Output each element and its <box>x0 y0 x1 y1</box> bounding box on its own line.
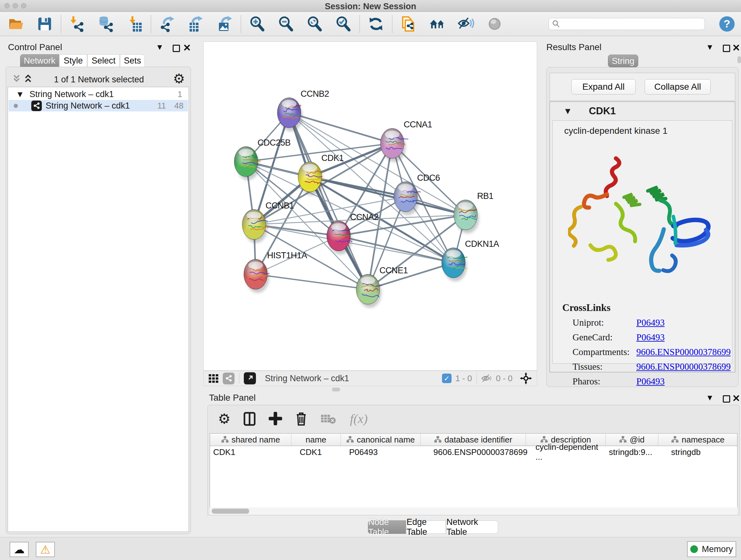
crosslink-uniprot-link[interactable]: P06493 <box>636 317 665 328</box>
crosslink-pharos-link[interactable]: P06493 <box>636 376 665 387</box>
results-panel-collapse-icon[interactable]: ▼ <box>708 44 712 51</box>
table-settings-gear-icon[interactable]: ⚙ <box>218 411 230 427</box>
zoom-out-icon[interactable] <box>278 16 294 32</box>
open-session-icon[interactable] <box>8 16 24 32</box>
tree-network-row[interactable]: String Network – cdk1 11 48 <box>9 100 188 111</box>
node-table: shared name name canonical name database… <box>210 433 738 508</box>
zoom-fit-icon[interactable] <box>307 16 323 32</box>
crosslink-compartments-link[interactable]: 9606.ENSP00000378699 <box>636 347 731 357</box>
table-row[interactable]: CDK1 CDK1 P06493 9606.ENSP00000378699 cy… <box>210 446 737 459</box>
tab-edge-table[interactable]: Edge Table <box>406 520 446 534</box>
column-header-namespace[interactable]: namespace <box>658 434 738 446</box>
column-header-name[interactable]: name <box>291 434 341 446</box>
export-image-icon[interactable] <box>216 16 233 32</box>
network-options-gear-icon[interactable]: ⚙ <box>173 71 185 86</box>
inactive-eye-icon <box>486 16 503 32</box>
svg-text:CCNA1: CCNA1 <box>404 120 432 129</box>
cell-database-identifier[interactable]: 9606.ENSP00000378699 <box>421 446 526 458</box>
control-panel-collapse-icon[interactable]: ▼ <box>157 44 162 51</box>
cell-name[interactable]: CDK1 <box>291 446 341 458</box>
share-view-icon[interactable] <box>223 373 234 384</box>
tab-network[interactable]: Network <box>20 54 59 67</box>
zoom-in-icon[interactable] <box>249 16 266 32</box>
hscrollbar-thumb[interactable] <box>212 509 249 514</box>
cloud-status-button[interactable]: ☁ <box>10 542 29 557</box>
results-panel-float-icon[interactable] <box>723 45 730 52</box>
import-table-icon[interactable] <box>126 16 143 32</box>
refresh-icon[interactable] <box>367 16 384 32</box>
expand-all-button[interactable]: Expand All <box>571 79 636 95</box>
results-panel-close-icon[interactable] <box>733 44 739 51</box>
open-in-window-icon[interactable] <box>244 372 256 384</box>
string-network-graph[interactable]: CCNB2CCNA1CDC25BCDK1CDC6RB1CCNB1CCNA2CDK… <box>204 42 537 370</box>
hide-panel-eye-icon[interactable] <box>458 16 474 32</box>
tree-root-count: 1 <box>178 89 182 99</box>
column-header-database-identifier[interactable]: database identifier <box>421 434 526 446</box>
hidden-eye-icon[interactable] <box>481 374 493 383</box>
add-column-icon[interactable] <box>269 412 282 425</box>
tree-root-row[interactable]: ▼ String Network – cdk1 1 <box>9 88 188 100</box>
cdk1-section-title: CDK1 <box>589 105 616 117</box>
table-panel-collapse-icon[interactable]: ▼ <box>708 394 712 401</box>
tab-network-table[interactable]: Network Table <box>446 520 498 534</box>
splitter-grip[interactable] <box>332 388 340 391</box>
control-panel-float-icon[interactable] <box>173 45 180 52</box>
table-panel-close-icon[interactable] <box>733 395 739 401</box>
network-canvas[interactable]: CCNB2CCNA1CDC25BCDK1CDC6RB1CCNB1CCNA2CDK… <box>203 42 537 371</box>
crosslink-genecard-link[interactable]: P06493 <box>636 332 665 343</box>
results-panel-title: Results Panel <box>546 42 602 52</box>
tab-style[interactable]: Style <box>59 54 87 67</box>
section-collapse-icon[interactable]: ▼ <box>565 107 570 115</box>
cdk1-section: ▼ CDK1 cyclin-dependent kinase 1 CrossL <box>549 102 735 372</box>
tab-node-table[interactable]: Node Table <box>368 520 406 534</box>
column-header-shared-name[interactable]: shared name <box>210 434 291 446</box>
memory-button[interactable]: Memory <box>687 541 736 557</box>
expand-all-chevrons-icon[interactable] <box>23 73 33 84</box>
crosslink-tissues-link[interactable]: 9606.ENSP00000378699 <box>636 361 731 372</box>
tab-sets[interactable]: Sets <box>120 54 145 67</box>
cell-shared-name[interactable]: CDK1 <box>210 446 291 458</box>
tree-expander-icon[interactable]: ▼ <box>17 90 22 98</box>
cell-namespace[interactable]: stringdb <box>658 446 738 458</box>
collapse-all-button[interactable]: Collapse All <box>645 79 711 95</box>
selected-checkbox-icon[interactable]: ✓ <box>442 374 452 383</box>
save-session-icon[interactable] <box>37 16 53 32</box>
zoom-selected-icon[interactable] <box>335 16 352 32</box>
help-button[interactable]: ? <box>719 16 735 32</box>
attribute-icon <box>671 436 679 443</box>
export-table-icon[interactable] <box>188 16 204 32</box>
column-header-canonical-name[interactable]: canonical name <box>341 434 421 446</box>
cdk1-section-header[interactable]: ▼ CDK1 <box>550 102 735 120</box>
table-hscrollbar[interactable] <box>210 507 738 515</box>
crosslink-label: Uniprot: <box>572 317 604 328</box>
import-network-icon[interactable] <box>69 16 85 32</box>
crosslink-label: GeneCard: <box>572 332 613 343</box>
cell-description[interactable]: cyclin-dependent ... <box>526 446 606 458</box>
delete-column-icon[interactable] <box>295 411 308 426</box>
import-database-icon[interactable] <box>98 16 114 32</box>
tree-node-count: 11 <box>157 101 166 111</box>
svg-text:CDK1: CDK1 <box>321 153 344 163</box>
selected-counts: 1 - 0 <box>455 374 472 383</box>
clone-network-icon[interactable] <box>400 16 417 32</box>
column-header-id[interactable]: @id <box>606 434 658 446</box>
search-input[interactable] <box>549 18 705 30</box>
toolbar-separator <box>359 15 360 33</box>
crosslinks-title: CrossLinks <box>562 302 732 314</box>
fit-selected-crosshair-icon[interactable] <box>520 372 532 385</box>
warnings-button[interactable]: ⚠ <box>36 542 55 557</box>
show-columns-icon[interactable] <box>243 411 256 426</box>
cell-id[interactable]: stringdb:9... <box>606 446 658 458</box>
window-titlebar: Session: New Session <box>0 0 741 12</box>
tab-select[interactable]: Select <box>87 54 120 67</box>
tab-string[interactable]: String <box>608 55 638 67</box>
home-pair-icon[interactable] <box>429 16 446 32</box>
control-panel-close-icon[interactable] <box>184 44 190 51</box>
export-network-icon[interactable] <box>159 16 176 32</box>
table-panel-float-icon[interactable] <box>723 395 730 402</box>
statusbar-separator <box>476 373 477 384</box>
splitter-grip[interactable] <box>738 56 741 63</box>
grid-view-icon[interactable] <box>208 373 219 384</box>
cell-canonical-name[interactable]: P06493 <box>341 446 421 458</box>
collapse-all-chevrons-icon[interactable] <box>11 73 22 84</box>
